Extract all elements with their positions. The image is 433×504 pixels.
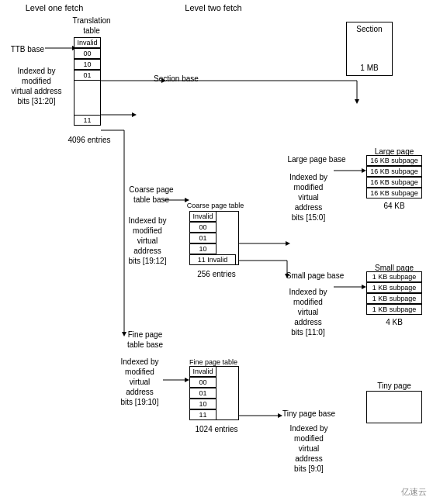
ft-entries: 1024 entries — [189, 425, 244, 433]
tiny-page-base-label: Tiny page base — [278, 409, 340, 418]
watermark: 亿速云 — [401, 486, 427, 498]
title-level-two: Level two fetch — [171, 3, 256, 12]
large-page-base-label: Large page base — [286, 155, 348, 164]
tt-row-11: 11 — [74, 115, 101, 126]
ttb-base-label: TTB base — [2, 45, 44, 54]
tt-box — [74, 37, 101, 124]
svg-marker-8 — [132, 112, 137, 117]
small-index-label: Indexed bymodifiedvirtualaddressbits [11… — [278, 287, 338, 337]
svg-marker-6 — [355, 99, 359, 104]
diagram: Level one fetch Level two fetch Translat… — [0, 0, 433, 504]
title-level-one: Level one fetch — [16, 3, 93, 12]
tiny-index-label: Indexed bymodifiedvirtualaddressbits [9:… — [278, 423, 340, 474]
large-index-label: Indexed bymodifiedvirtualaddressbits [15… — [279, 172, 338, 223]
coarse-index-label: Indexed bymodifiedvirtualaddressbits [19… — [116, 216, 178, 266]
fine-table-base-label: Fine pagetable base — [118, 330, 172, 350]
ft-box — [189, 366, 239, 420]
fine-index-label: Indexed bymodifiedvirtualaddressbits [19… — [109, 357, 171, 407]
tt-entries: 4096 entries — [58, 136, 120, 144]
svg-marker-12 — [286, 241, 290, 246]
small-page-box — [366, 271, 422, 315]
tt-index-label: Indexed bymodifiedvirtual addressbits [3… — [2, 66, 71, 106]
large-page-box — [366, 155, 422, 198]
section-size: 1 MB — [348, 64, 391, 72]
small-page-base-label: Small page base — [284, 271, 346, 280]
tiny-page-label: Tiny page — [363, 381, 425, 390]
fine-table-label: Fine page table — [186, 358, 241, 366]
tiny-page-box — [366, 391, 422, 423]
coarse-table-base-label: Coarse pagetable base — [124, 185, 178, 205]
ct-entries: 256 entries — [189, 270, 244, 278]
ct-box — [189, 211, 239, 265]
small-size: 4 KB — [366, 318, 422, 326]
large-size: 64 KB — [366, 202, 422, 210]
section-label: Section — [348, 25, 391, 33]
coarse-table-label: Coarse page table — [186, 202, 244, 209]
translation-table-label: Translationtable — [68, 16, 115, 36]
section-base-label: Section base — [154, 74, 216, 83]
